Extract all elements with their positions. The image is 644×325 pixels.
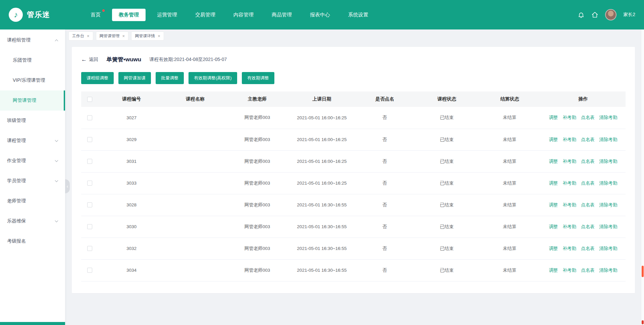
course-table: 课程编号课程名称主教老师上课日期是否点名课程状态结算状态操作 3027网管老师0…	[81, 91, 626, 281]
sidebar-item-label: 作业管理	[7, 158, 26, 164]
chevron-up-icon	[55, 39, 58, 43]
action-clear-attendance[interactable]: 清除考勤	[599, 137, 618, 143]
nav-item-7[interactable]: 系统设置	[341, 9, 375, 21]
nav-item-3[interactable]: 交易管理	[189, 9, 222, 21]
scrollbar-thumb-end[interactable]	[642, 320, 644, 324]
action-rollcall-sheet[interactable]: 点名表	[581, 115, 595, 121]
action-adjust[interactable]: 调整	[549, 158, 558, 165]
notification-bell-icon[interactable]	[578, 11, 585, 18]
action-rollcall-sheet[interactable]: 点名表	[581, 158, 595, 165]
action-clear-attendance[interactable]: 清除考勤	[599, 180, 618, 186]
toolbar: 课程组调整网管课加课批量调整有效期调整(高权限)有效期调整	[81, 72, 626, 84]
sidebar-item-2[interactable]: VIP/乐理课管理	[0, 70, 65, 90]
tab-0[interactable]: 工作台×	[68, 31, 93, 41]
table-row: 3030网管老师0032021-05-01 16:30~16:55否已结束未结算…	[81, 216, 626, 238]
back-button[interactable]: ← 返回	[81, 56, 98, 63]
row-checkbox[interactable]	[87, 181, 92, 186]
cell-teacher: 网管老师003	[225, 194, 289, 216]
tab-close-icon[interactable]: ×	[158, 34, 160, 38]
sidebar-item-6[interactable]: 作业管理	[0, 151, 65, 171]
action-rollcall-sheet[interactable]: 点名表	[581, 246, 595, 252]
sidebar-item-7[interactable]: 学员管理	[0, 171, 65, 191]
row-checkbox[interactable]	[87, 224, 92, 229]
toolbar-button-3[interactable]: 有效期调整(高权限)	[189, 72, 237, 84]
nav-item-1[interactable]: 教务管理	[112, 9, 146, 21]
brand[interactable]: ♪ 管乐迷	[9, 8, 76, 22]
action-makeup-attendance[interactable]: 补考勤	[563, 137, 577, 143]
action-makeup-attendance[interactable]: 补考勤	[563, 267, 577, 273]
toolbar-button-1[interactable]: 网管课加课	[118, 72, 151, 84]
action-rollcall-sheet[interactable]: 点名表	[581, 137, 595, 143]
row-checkbox[interactable]	[87, 159, 92, 164]
tab-label: 工作台	[72, 33, 84, 39]
action-makeup-attendance[interactable]: 补考勤	[563, 115, 577, 121]
action-makeup-attendance[interactable]: 补考勤	[563, 202, 577, 208]
nav-item-label: 首页	[91, 12, 101, 17]
scrollbar-thumb[interactable]	[642, 266, 644, 277]
nav-item-2[interactable]: 运营管理	[150, 9, 184, 21]
row-checkbox[interactable]	[87, 115, 92, 120]
toolbar-button-2[interactable]: 批量调整	[156, 72, 184, 84]
row-checkbox[interactable]	[87, 268, 92, 273]
tab-close-icon[interactable]: ×	[87, 34, 90, 38]
action-adjust[interactable]: 调整	[549, 137, 558, 143]
sidebar-item-1[interactable]: 乐团管理	[0, 50, 65, 70]
username[interactable]: 家长2	[623, 12, 635, 18]
action-adjust[interactable]: 调整	[549, 115, 558, 121]
cell-status: 已结束	[415, 172, 479, 194]
sidebar-item-label: 网管课管理	[13, 97, 36, 104]
nav-item-4[interactable]: 内容管理	[227, 9, 260, 21]
table-header-4: 是否点名	[355, 91, 415, 107]
select-all-checkbox[interactable]	[87, 97, 92, 102]
avatar[interactable]	[605, 9, 616, 20]
row-checkbox[interactable]	[87, 202, 92, 207]
nav-item-5[interactable]: 商品管理	[265, 9, 299, 21]
cell-course-id: 3031	[98, 150, 165, 172]
action-adjust[interactable]: 调整	[549, 246, 558, 252]
action-clear-attendance[interactable]: 清除考勤	[599, 267, 618, 273]
row-checkbox[interactable]	[87, 246, 92, 251]
action-clear-attendance[interactable]: 清除考勤	[599, 158, 618, 165]
sidebar-item-5[interactable]: 课程管理	[0, 131, 65, 151]
tab-1[interactable]: 网管课管理×	[96, 31, 129, 41]
cell-status: 已结束	[415, 259, 479, 281]
nav-item-0[interactable]: 首页	[84, 9, 107, 21]
tab-close-icon[interactable]: ×	[122, 34, 125, 38]
sidebar-item-8[interactable]: 老师管理	[0, 191, 65, 211]
action-makeup-attendance[interactable]: 补考勤	[563, 180, 577, 186]
tab-2[interactable]: 网管课详情×	[131, 31, 164, 41]
action-makeup-attendance[interactable]: 补考勤	[563, 246, 577, 252]
sidebar-item-0[interactable]: 课程组管理	[0, 30, 65, 50]
row-actions: 调整补考勤点名表清除考勤	[541, 259, 626, 281]
toolbar-button-4[interactable]: 有效期调整	[242, 72, 274, 84]
cell-course-id: 3030	[98, 216, 165, 238]
action-adjust[interactable]: 调整	[549, 224, 558, 230]
cell-status: 已结束	[415, 129, 479, 150]
toolbar-button-0[interactable]: 课程组调整	[81, 72, 114, 84]
action-adjust[interactable]: 调整	[549, 180, 558, 186]
action-clear-attendance[interactable]: 清除考勤	[599, 202, 618, 208]
page-scrollbar[interactable]	[641, 29, 644, 325]
action-clear-attendance[interactable]: 清除考勤	[599, 246, 618, 252]
action-rollcall-sheet[interactable]: 点名表	[581, 180, 595, 186]
action-makeup-attendance[interactable]: 补考勤	[563, 158, 577, 165]
nav-item-label: 教务管理	[119, 12, 139, 17]
nav-item-6[interactable]: 报表中心	[303, 9, 337, 21]
table-row: 3034网管老师0032021-05-01 16:30~16:55否已结束未结算…	[81, 259, 626, 281]
sidebar-item-3[interactable]: 网管课管理	[0, 90, 65, 111]
cell-course-name	[165, 194, 225, 216]
action-adjust[interactable]: 调整	[549, 202, 558, 208]
action-rollcall-sheet[interactable]: 点名表	[581, 202, 595, 208]
action-adjust[interactable]: 调整	[549, 267, 558, 273]
sidebar-item-10[interactable]: 考级报名	[0, 231, 65, 251]
main-layout: 课程组管理乐团管理VIP/乐理课管理网管课管理班级管理课程管理作业管理学员管理老…	[0, 29, 644, 325]
action-clear-attendance[interactable]: 清除考勤	[599, 115, 618, 121]
action-rollcall-sheet[interactable]: 点名表	[581, 224, 595, 230]
action-rollcall-sheet[interactable]: 点名表	[581, 267, 595, 273]
sidebar-item-9[interactable]: 乐器维保	[0, 211, 65, 231]
home-icon[interactable]	[591, 11, 598, 18]
row-checkbox[interactable]	[87, 137, 92, 142]
sidebar-item-4[interactable]: 班级管理	[0, 111, 65, 131]
action-makeup-attendance[interactable]: 补考勤	[563, 224, 577, 230]
action-clear-attendance[interactable]: 清除考勤	[599, 224, 618, 230]
